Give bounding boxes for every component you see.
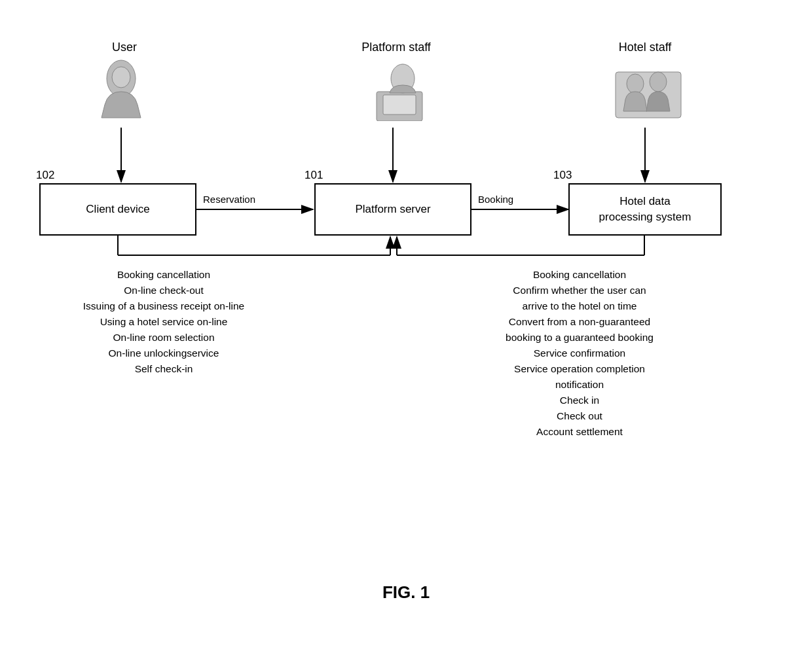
platform-staff-label: Platform staff xyxy=(344,41,449,54)
left-text-block: Booking cancellation On-line check-out I… xyxy=(26,267,301,377)
hotel-staff-label: Hotel staff xyxy=(602,41,688,54)
ref-103: 103 xyxy=(553,169,572,182)
ref-101: 101 xyxy=(304,169,323,182)
right-line-7: Service operation completion xyxy=(403,361,756,377)
right-line-11: Account settlement xyxy=(403,424,756,440)
right-line-10: Check out xyxy=(403,408,756,424)
right-line-9: Check in xyxy=(403,393,756,408)
right-line-2: Confirm whether the user can xyxy=(403,283,756,298)
left-line-5: On-line room selection xyxy=(26,330,301,345)
svg-point-13 xyxy=(112,67,130,88)
left-line-6: On-line unlockingservice xyxy=(26,345,301,361)
left-line-3: Issuing of a business receipt on-line xyxy=(26,298,301,314)
left-line-1: Booking cancellation xyxy=(26,267,301,283)
platform-server-box: Platform server xyxy=(314,183,471,236)
svg-point-19 xyxy=(650,72,667,92)
right-line-3: arrive to the hotel on time xyxy=(403,298,756,314)
user-label: User xyxy=(92,41,157,54)
hotel-system-label: Hotel data processing system xyxy=(599,194,692,225)
left-line-7: Self check-in xyxy=(26,361,301,377)
fig-label: FIG. 1 xyxy=(327,582,485,603)
client-device-label: Client device xyxy=(86,203,149,216)
right-line-8: notification xyxy=(403,377,756,393)
right-text-block: Booking cancellation Confirm whether the… xyxy=(403,267,756,440)
left-line-2: On-line check-out xyxy=(26,283,301,298)
left-line-4: Using a hotel service on-line xyxy=(26,314,301,330)
right-line-4: Convert from a non-guaranteed xyxy=(403,314,756,330)
right-line-5: booking to a guaranteed booking xyxy=(403,330,756,345)
right-line-1: Booking cancellation xyxy=(403,267,756,283)
hotel-system-box: Hotel data processing system xyxy=(568,183,722,236)
platform-server-label: Platform server xyxy=(355,203,430,216)
reservation-label: Reservation xyxy=(203,194,255,205)
hotel-staff-image xyxy=(609,59,688,121)
platform-staff-image xyxy=(363,59,435,121)
user-image xyxy=(85,59,157,121)
svg-point-18 xyxy=(627,74,644,94)
client-device-box: Client device xyxy=(39,183,196,236)
right-line-6: Service confirmation xyxy=(403,345,756,361)
booking-label: Booking xyxy=(478,194,513,205)
diagram-container: User Platform staff Hotel staff xyxy=(0,0,812,655)
svg-rect-15 xyxy=(383,95,416,115)
ref-102: 102 xyxy=(36,169,54,182)
